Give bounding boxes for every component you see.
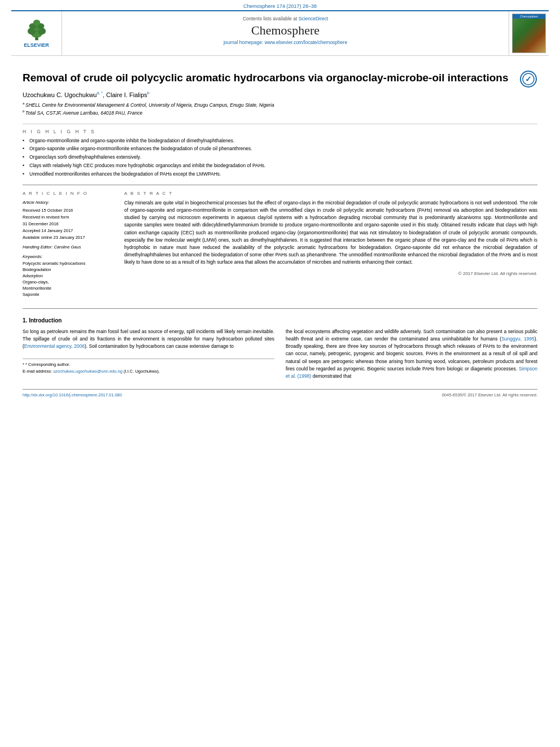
intro-col-left: So long as petroleum remains the main fo… <box>23 328 274 383</box>
journal-header: ELSEVIER Contents lists available at Sci… <box>11 10 549 56</box>
highlight-item-3: Organoclays sorb dimethylnaphthalenes ex… <box>23 154 537 161</box>
abstract-col: A B S T R A C T Clay minerals are quite … <box>124 191 537 303</box>
article-info-header: A R T I C L E I N F O <box>23 191 113 196</box>
accepted-date: Accepted 14 January 2017 <box>23 228 113 234</box>
affiliation-b: Total SA, CSTJF, Avenue Larribau, 64018 … <box>25 110 142 116</box>
copyright-line: © 2017 Elsevier Ltd. All rights reserved… <box>124 271 537 276</box>
author-comma: , Claire I. Fialips <box>103 91 147 98</box>
handling-editor: Handling Editor: Caroline Gaus <box>23 244 113 250</box>
paper-title: Removal of crude oil polycyclic aromatic… <box>23 71 537 85</box>
journal-homepage-link[interactable]: www.elsevier.com/locate/chemosphere <box>265 40 347 45</box>
ref-environmental-agency[interactable]: Environmental agency, 2006 <box>24 343 85 349</box>
author-sup-a: a, * <box>97 91 103 95</box>
journal-cover-image: Chemosphere <box>509 11 549 55</box>
ref-sunggyu[interactable]: Sunggyu, 1995 <box>501 336 535 342</box>
keyword-5: Montmorillonite <box>23 286 113 291</box>
sciencedirect-link[interactable]: ScienceDirect <box>299 16 328 21</box>
section-num: 1. <box>23 317 27 324</box>
elsevier-logo-area: ELSEVIER <box>11 11 62 55</box>
ref-simpson[interactable]: Simpson et al. (1998) <box>286 366 537 379</box>
journal-homepage-line: journal homepage: www.elsevier.com/locat… <box>68 40 503 45</box>
received-revised-label: Received in revised form <box>23 214 113 221</box>
divider-1 <box>23 124 537 124</box>
article-info: A R T I C L E I N F O Article history: R… <box>23 191 113 297</box>
authors-line: Uzochukwu C. Ugochukwua, *, Claire I. Fi… <box>23 91 537 98</box>
divider-2 <box>23 185 537 185</box>
affiliation-a: SHELL Centre for Environmental Managemen… <box>25 102 274 108</box>
received-date: Received 15 October 2016 <box>23 207 113 214</box>
footnote-area: * * Corresponding author. E-mail address… <box>23 359 274 374</box>
svg-point-7 <box>33 20 40 26</box>
cover-image: Chemosphere <box>512 14 546 53</box>
received-revised-date: 31 December 2016 <box>23 221 113 228</box>
affiliations: a SHELL Centre for Environmental Managem… <box>23 101 537 116</box>
keyword-6: Saponite <box>23 292 113 297</box>
keyword-3: Adsorption <box>23 273 113 278</box>
keyword-1: Polycyclic aromatic hydrocarbons <box>23 261 113 266</box>
history-label: Article history: <box>23 199 113 206</box>
doi-link[interactable]: http://dx.doi.org/10.1016/j.chemosphere.… <box>23 392 122 397</box>
title-area: ✓ Removal of crude oil polycyclic aromat… <box>23 71 537 85</box>
highlight-item-4: Clays with relatively high CEC produces … <box>23 163 537 169</box>
available-date: Available online 23 January 2017 <box>23 234 113 241</box>
intro-heading: 1. Introduction <box>23 317 537 324</box>
journal-citation-bar: Chemosphere 174 (2017) 28–38 <box>0 0 560 10</box>
author-name: Uzochukwu C. Ugochukwu <box>23 91 97 98</box>
article-info-col: A R T I C L E I N F O Article history: R… <box>23 191 113 303</box>
footnote-corresponding: * * Corresponding author. <box>23 362 274 367</box>
email-note: (I.I.C. Ugochukwu). <box>124 369 160 374</box>
issn-text: 0045-6535/© 2017 Elsevier Ltd. All right… <box>442 392 537 397</box>
page-footer: http://dx.doi.org/10.1016/j.chemosphere.… <box>23 389 537 397</box>
abstract-text: Clay minerals are quite vital in biogeoc… <box>124 199 537 267</box>
footnote-corresponding-label: * Corresponding author. <box>25 362 70 367</box>
journal-info-center: Contents lists available at ScienceDirec… <box>62 11 509 55</box>
keyword-2: Biodegradation <box>23 267 113 272</box>
article-main-cols: A R T I C L E I N F O Article history: R… <box>23 191 537 303</box>
footnote-email-line: E-mail address: uzochukwu.ugochukwu@unn.… <box>23 369 274 374</box>
intro-columns: So long as petroleum remains the main fo… <box>23 328 537 383</box>
abstract-header: A B S T R A C T <box>124 191 537 196</box>
highlight-item-5: Unmodified montmorillonites enhances the… <box>23 171 537 178</box>
divider-3 <box>23 308 537 309</box>
keywords-section: Keywords: Polycyclic aromatic hydrocarbo… <box>23 254 113 297</box>
email-label: E-mail address: <box>23 369 53 374</box>
highlights-list: Organo-montmorillonite and organo-saponi… <box>23 138 537 178</box>
elsevier-brand: ELSEVIER <box>24 42 49 48</box>
sciencedirect-line: Contents lists available at ScienceDirec… <box>68 16 503 21</box>
main-content: ✓ Removal of crude oil polycyclic aromat… <box>0 56 560 406</box>
keywords-label: Keywords: <box>23 254 113 259</box>
introduction-section: 1. Introduction So long as petroleum rem… <box>23 317 537 383</box>
highlight-item-1: Organo-montmorillonite and organo-saponi… <box>23 138 537 145</box>
crossmark-icon: ✓ <box>519 70 537 88</box>
article-history: Article history: Received 15 October 201… <box>23 199 113 241</box>
section-title: Introduction <box>29 317 62 324</box>
elsevier-logo: ELSEVIER <box>20 19 54 48</box>
highlight-item-2: Organo-saponite unlike organo-montmorill… <box>23 146 537 152</box>
intro-col-right: the local ecosystems affecting vegetatio… <box>286 328 537 383</box>
keyword-4: Organo-clays, <box>23 279 113 285</box>
author-sup-b: b <box>147 91 150 95</box>
highlights-section: H I G H L I G H T S Organo-montmorilloni… <box>23 129 537 178</box>
abstract-section: A B S T R A C T Clay minerals are quite … <box>124 191 537 276</box>
cover-title: Chemosphere <box>513 14 545 19</box>
journal-name-title: Chemosphere <box>68 23 503 38</box>
page: Chemosphere 174 (2017) 28–38 ELSEVIER <box>0 0 560 747</box>
svg-text:✓: ✓ <box>525 75 532 84</box>
intro-text-right: the local ecosystems affecting vegetatio… <box>286 328 537 380</box>
highlights-header: H I G H L I G H T S <box>23 129 537 134</box>
journal-volume-issue: Chemosphere 174 (2017) 28–38 <box>243 3 317 9</box>
email-link[interactable]: uzochukwu.ugochukwu@unn.edu.ng <box>53 369 123 374</box>
intro-text-left: So long as petroleum remains the main fo… <box>23 328 274 351</box>
elsevier-tree-icon <box>20 19 54 41</box>
